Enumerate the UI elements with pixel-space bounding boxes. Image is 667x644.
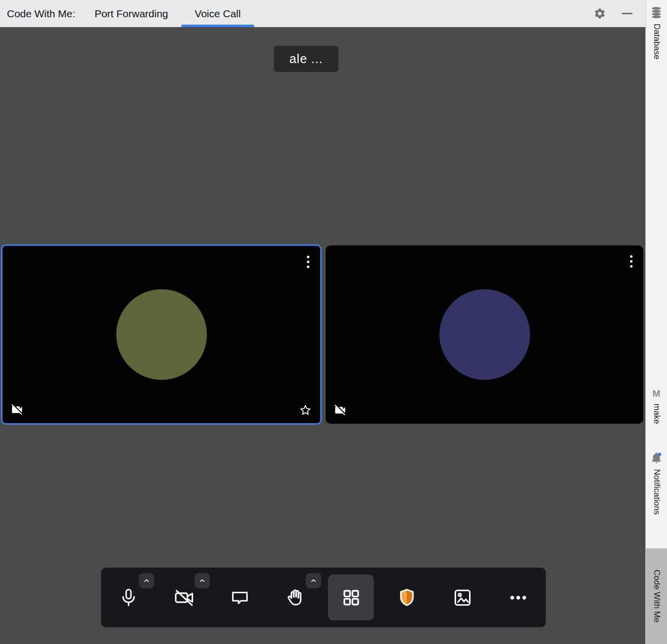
chevron-up-icon [310,577,317,584]
sidebar-item-notifications[interactable]: Notifications [646,451,667,515]
voice-call-main: ale ... [0,27,645,644]
microphone-options-button[interactable] [139,573,154,588]
tile-menu-button[interactable] [628,253,634,270]
gear-icon [594,7,606,20]
chat-icon [230,587,250,608]
participant-tile-1[interactable] [1,244,322,425]
window-title: Code With Me: [0,0,75,27]
tool-window-header: Code With Me: Port Forwarding Voice Call [0,0,645,27]
sidebar-label: Notifications [652,469,662,515]
sidebar-item-make[interactable]: M make [646,388,667,424]
shield-icon [397,587,417,608]
participant-tile-2[interactable] [326,245,643,424]
tool-window-stripe: Database M make Notifications Code With … [645,0,667,644]
raise-hand-options-button[interactable] [306,573,321,588]
grid-view-button[interactable] [328,575,374,620]
camera-off-icon [173,587,195,609]
ellipsis-icon [508,587,529,608]
database-icon [650,6,663,19]
grid-view-icon [341,587,362,608]
pin-star-button[interactable] [299,404,312,417]
microphone-button[interactable] [114,583,143,612]
bell-badge-icon [650,451,663,465]
raise-hand-button[interactable] [281,583,310,612]
sidebar-label: Database [652,24,662,60]
chat-button[interactable] [226,583,254,612]
sidebar-item-database[interactable]: Database [646,6,667,60]
sidebar-item-code-with-me[interactable]: Code With Me [646,548,667,644]
camera-options-button[interactable] [195,573,210,588]
image-icon [452,587,473,608]
camera-off-icon [10,403,24,416]
tab-port-forwarding[interactable]: Port Forwarding [81,0,181,27]
call-controls-toolbar [101,568,546,627]
tab-voice-call[interactable]: Voice Call [181,0,254,27]
letter-m-icon: M [653,388,661,399]
minimize-icon [622,13,633,14]
raise-hand-icon [285,587,306,608]
minimize-button[interactable] [621,7,634,20]
header-tabs: Port Forwarding Voice Call [81,0,254,27]
chevron-up-icon [143,577,150,584]
more-options-button[interactable] [504,583,533,612]
avatar [116,289,207,380]
caller-status-badge: ale ... [274,46,338,72]
chevron-up-icon [199,577,206,584]
background-image-button[interactable] [448,583,477,612]
camera-toggle-button[interactable] [170,583,199,612]
sidebar-label: Code With Me [652,570,662,623]
microphone-icon [118,587,139,608]
avatar [439,289,530,380]
tile-menu-button[interactable] [305,254,311,270]
security-button[interactable] [393,583,421,612]
header-actions [593,0,645,27]
sidebar-label: make [652,404,662,424]
camera-off-icon [334,404,347,417]
settings-button[interactable] [593,7,606,20]
